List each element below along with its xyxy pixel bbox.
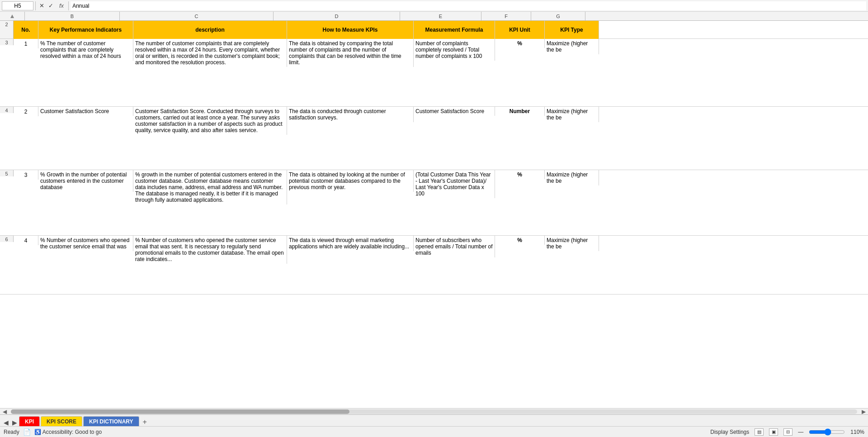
cell-measure-2[interactable]: The data is obtained by looking at the n… <box>287 170 414 192</box>
header-cell-desc[interactable]: description <box>133 21 287 39</box>
cell-formula-1[interactable]: Customer Satisfaction Score <box>414 107 495 116</box>
col-header-d[interactable]: D <box>274 12 400 20</box>
cell-no-3[interactable]: 4 <box>14 236 38 245</box>
cell-no-1[interactable]: 2 <box>14 107 38 116</box>
cell-type-3[interactable]: Maximize (higher the be <box>545 236 599 251</box>
svg-marker-0 <box>10 14 14 18</box>
cell-desc-1[interactable]: Customer Satisfaction Score. Conducted t… <box>133 107 287 135</box>
header-row: 2 No. Key Performance Indicators descrip… <box>0 21 868 39</box>
sheet-area: 2 No. Key Performance Indicators descrip… <box>0 21 868 422</box>
column-headers: B C D E F G <box>0 12 868 21</box>
sheet-tabs-bar: ◀ ▶ KPI KPI SCORE KPI DICTIONARY + <box>0 414 868 422</box>
hscroll-track[interactable] <box>11 409 857 414</box>
cell-kpi-1[interactable]: Customer Satisfaction Score <box>38 107 133 116</box>
cell-desc-3[interactable]: % Number of customers who opened the cus… <box>133 236 287 264</box>
cell-kpi-2[interactable]: % Growth in the number of potential cust… <box>38 170 133 192</box>
cell-measure-0[interactable]: The data is obtained by comparing the to… <box>287 39 414 67</box>
row-num-3: 3 <box>0 39 14 45</box>
header-cell-formula[interactable]: Measurement Formula <box>414 21 495 39</box>
fx-icon: fx <box>57 2 66 9</box>
cell-reference-box[interactable]: H5 <box>2 1 33 10</box>
col-header-b[interactable]: B <box>25 12 120 20</box>
tab-kpi-dictionary[interactable]: KPI DICTIONARY <box>83 416 139 422</box>
cell-unit-2[interactable]: % <box>495 170 545 179</box>
cell-desc-2[interactable]: % growth in the number of potential cust… <box>133 170 287 204</box>
row-num-header <box>0 12 25 20</box>
col-header-c[interactable]: C <box>120 12 274 20</box>
header-cell-no[interactable]: No. <box>14 21 38 39</box>
cell-kpi-0[interactable]: % The number of customer complaints that… <box>38 39 133 61</box>
header-cell-unit[interactable]: KPI Unit <box>495 21 545 39</box>
cell-unit-0[interactable]: % <box>495 39 545 48</box>
cancel-formula-button[interactable]: ✕ <box>38 2 46 10</box>
tab-kpi[interactable]: KPI <box>19 416 40 422</box>
data-rows-container: 3 1 % The number of customer complaints … <box>0 39 868 294</box>
horizontal-scrollbar[interactable]: ◀ ▶ <box>0 408 868 414</box>
col-header-e[interactable]: E <box>400 12 481 20</box>
cell-unit-1[interactable]: Number <box>495 107 545 116</box>
tab-kpi-score[interactable]: KPI SCORE <box>41 416 82 422</box>
tab-nav-right[interactable]: ▶ <box>10 419 19 422</box>
row-num-2: 2 <box>0 21 14 38</box>
row-num-4: 4 <box>0 107 14 113</box>
table-row: 6 4 % Number of customers who opened the… <box>0 236 868 294</box>
header-cell-type[interactable]: KPI Type <box>545 21 599 39</box>
cell-unit-3[interactable]: % <box>495 236 545 245</box>
table-row: 5 3 % Growth in the number of potential … <box>0 170 868 236</box>
cell-no-2[interactable]: 3 <box>14 170 38 180</box>
header-cell-kpi[interactable]: Key Performance Indicators <box>38 21 133 39</box>
confirm-formula-button[interactable]: ✓ <box>47 2 55 10</box>
cell-formula-3[interactable]: Number of subscribers who opened emails … <box>414 236 495 257</box>
cell-no-0[interactable]: 1 <box>14 39 38 48</box>
add-sheet-button[interactable]: + <box>140 418 150 422</box>
row-num-5: 5 <box>0 170 14 176</box>
cell-type-0[interactable]: Maximize (higher the be <box>545 39 599 54</box>
col-header-g[interactable]: G <box>531 12 585 20</box>
formula-bar: H5 ✕ ✓ fx Annual <box>0 0 868 12</box>
cell-measure-3[interactable]: The data is viewed through email marketi… <box>287 236 414 251</box>
tab-nav-left[interactable]: ◀ <box>2 419 10 422</box>
formula-input[interactable]: Annual <box>71 1 866 10</box>
cell-formula-0[interactable]: Number of complaints completely resolved… <box>414 39 495 61</box>
cell-type-1[interactable]: Maximize (higher the be <box>545 107 599 122</box>
cell-measure-1[interactable]: The data is conducted through customer s… <box>287 107 414 122</box>
cell-desc-0[interactable]: The number of customer complaints that a… <box>133 39 287 67</box>
table-row: 3 1 % The number of customer complaints … <box>0 39 868 107</box>
cell-type-2[interactable]: Maximize (higher the be <box>545 170 599 185</box>
header-cell-measure[interactable]: How to Measure KPIs <box>287 21 414 39</box>
cell-formula-2[interactable]: (Total Customer Data This Year - Last Ye… <box>414 170 495 198</box>
cell-kpi-3[interactable]: % Number of customers who opened the cus… <box>38 236 133 251</box>
col-header-f[interactable]: F <box>481 12 531 20</box>
hscroll-thumb[interactable] <box>11 409 349 414</box>
row-num-6: 6 <box>0 236 14 242</box>
table-row: 4 2 Customer Satisfaction Score Customer… <box>0 107 868 170</box>
